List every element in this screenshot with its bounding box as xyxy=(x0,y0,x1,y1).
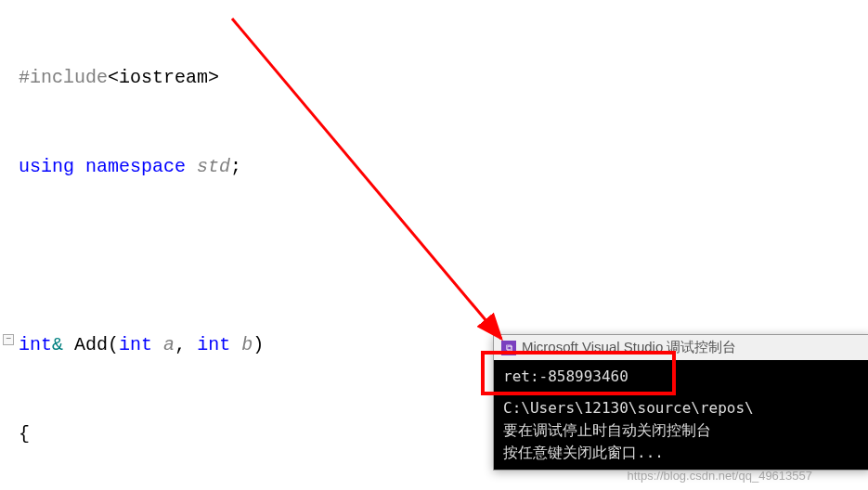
operator-token: & xyxy=(52,334,63,355)
function-name: Add xyxy=(74,334,108,355)
type-token: int xyxy=(19,334,52,355)
keyword-token: using xyxy=(19,156,74,177)
include-target: <iostream> xyxy=(108,67,219,88)
fold-icon[interactable]: − xyxy=(3,334,14,345)
console-output-line: 要在调试停止时自动关闭控制台 xyxy=(503,419,862,442)
code-line xyxy=(0,241,868,271)
console-titlebar[interactable]: ⧉ Microsoft Visual Studio 调试控制台 xyxy=(494,335,868,360)
console-output-line: 按任意键关闭此窗口... xyxy=(503,442,862,464)
visual-studio-icon: ⧉ xyxy=(501,341,516,355)
watermark-text: https://blog.csdn.net/qq_49613557 xyxy=(628,469,813,483)
console-title: Microsoft Visual Studio 调试控制台 xyxy=(522,339,736,356)
code-line: using namespace std; xyxy=(0,152,868,182)
debug-console-window[interactable]: ⧉ Microsoft Visual Studio 调试控制台 ret:-858… xyxy=(493,334,868,471)
code-line: #include<iostream> xyxy=(0,63,868,93)
console-output-line: C:\Users\12130\source\repos\ xyxy=(503,397,862,419)
identifier-token: std xyxy=(197,156,230,177)
preproc-token: #include xyxy=(19,67,108,88)
console-body: ret:-858993460 C:\Users\12130\source\rep… xyxy=(494,360,868,470)
fold-gutter[interactable]: − xyxy=(0,330,17,351)
keyword-token: namespace xyxy=(85,156,186,177)
console-output-line: ret:-858993460 xyxy=(503,366,862,388)
